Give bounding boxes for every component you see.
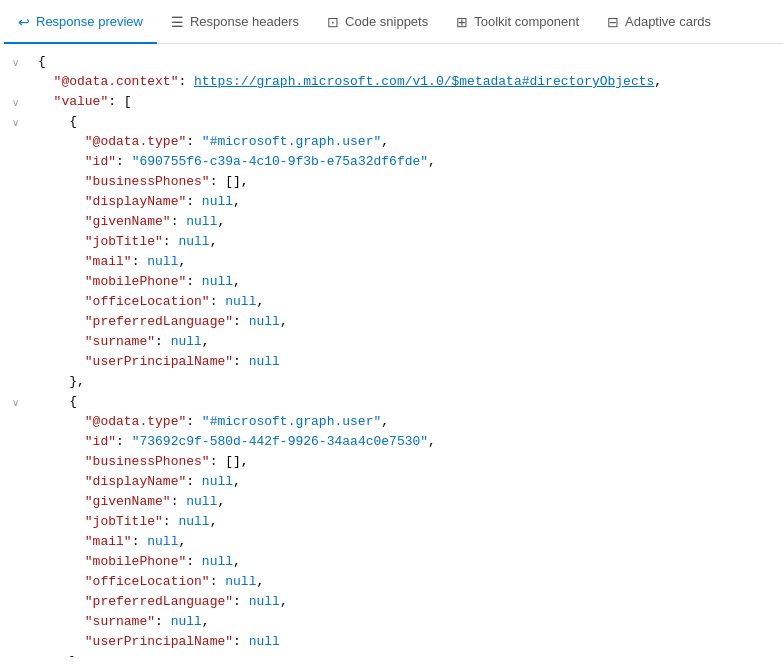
json-line-15: "surname": null, — [38, 332, 775, 352]
tab-code-snippets-label: Code snippets — [345, 14, 428, 29]
tab-bar: ↩ Response preview ☰ Response headers ⊡ … — [0, 0, 783, 44]
toolkit-component-icon: ⊞ — [456, 14, 468, 30]
json-line-22: "displayName": null, — [38, 472, 775, 492]
json-line-8: "displayName": null, — [38, 192, 775, 212]
content-area: ∨ ∨ ∨ — [0, 44, 783, 665]
adaptive-cards-icon: ⊟ — [607, 14, 619, 30]
response-preview-icon: ↩ — [18, 14, 30, 30]
response-headers-icon: ☰ — [171, 14, 184, 30]
tab-response-preview[interactable]: ↩ Response preview — [4, 1, 157, 44]
json-line-17: }, — [38, 372, 775, 392]
json-line-5: "@odata.type": "#microsoft.graph.user", — [38, 132, 775, 152]
tab-response-headers[interactable]: ☰ Response headers — [157, 1, 313, 44]
json-line-7: "businessPhones": [], — [38, 172, 775, 192]
json-line-27: "officeLocation": null, — [38, 572, 775, 592]
app-container: ↩ Response preview ☰ Response headers ⊡ … — [0, 0, 783, 665]
tab-response-preview-label: Response preview — [36, 14, 143, 29]
json-content: { "@odata.context": https://graph.micros… — [30, 52, 783, 657]
tab-toolkit-component[interactable]: ⊞ Toolkit component — [442, 1, 593, 44]
json-line-23: "givenName": null, — [38, 492, 775, 512]
json-line-13: "officeLocation": null, — [38, 292, 775, 312]
tab-code-snippets[interactable]: ⊡ Code snippets — [313, 1, 442, 44]
json-line-1: { — [38, 52, 775, 72]
json-line-20: "id": "73692c9f-580d-442f-9926-34aa4c0e7… — [38, 432, 775, 452]
json-line-4: { — [38, 112, 775, 132]
code-snippets-icon: ⊡ — [327, 14, 339, 30]
json-line-25: "mail": null, — [38, 532, 775, 552]
json-line-26: "mobilePhone": null, — [38, 552, 775, 572]
json-line-24: "jobTitle": null, — [38, 512, 775, 532]
tab-adaptive-cards[interactable]: ⊟ Adaptive cards — [593, 1, 725, 44]
collapse-1[interactable]: ∨ — [8, 57, 22, 68]
json-line-21: "businessPhones": [], — [38, 452, 775, 472]
odata-context-url[interactable]: https://graph.microsoft.com/v1.0/$metada… — [194, 72, 654, 92]
json-line-6: "id": "690755f6-c39a-4c10-9f3b-e75a32df6… — [38, 152, 775, 172]
tab-response-headers-label: Response headers — [190, 14, 299, 29]
json-line-11: "mail": null, — [38, 252, 775, 272]
json-line-29: "surname": null, — [38, 612, 775, 632]
collapse-18[interactable]: ∨ — [8, 397, 22, 408]
gutter: ∨ ∨ ∨ — [0, 52, 30, 657]
collapse-4[interactable]: ∨ — [8, 117, 22, 128]
tab-adaptive-cards-label: Adaptive cards — [625, 14, 711, 29]
json-line-3: "value": [ — [38, 92, 775, 112]
json-line-30: "userPrincipalName": null — [38, 632, 775, 652]
json-line-12: "mobilePhone": null, — [38, 272, 775, 292]
json-line-31: }, — [38, 652, 775, 657]
json-line-2: "@odata.context": https://graph.microsof… — [38, 72, 775, 92]
json-line-19: "@odata.type": "#microsoft.graph.user", — [38, 412, 775, 432]
json-line-14: "preferredLanguage": null, — [38, 312, 775, 332]
json-line-28: "preferredLanguage": null, — [38, 592, 775, 612]
json-line-9: "givenName": null, — [38, 212, 775, 232]
tab-toolkit-component-label: Toolkit component — [474, 14, 579, 29]
json-line-18: { — [38, 392, 775, 412]
json-line-16: "userPrincipalName": null — [38, 352, 775, 372]
collapse-3[interactable]: ∨ — [8, 97, 22, 108]
json-line-10: "jobTitle": null, — [38, 232, 775, 252]
